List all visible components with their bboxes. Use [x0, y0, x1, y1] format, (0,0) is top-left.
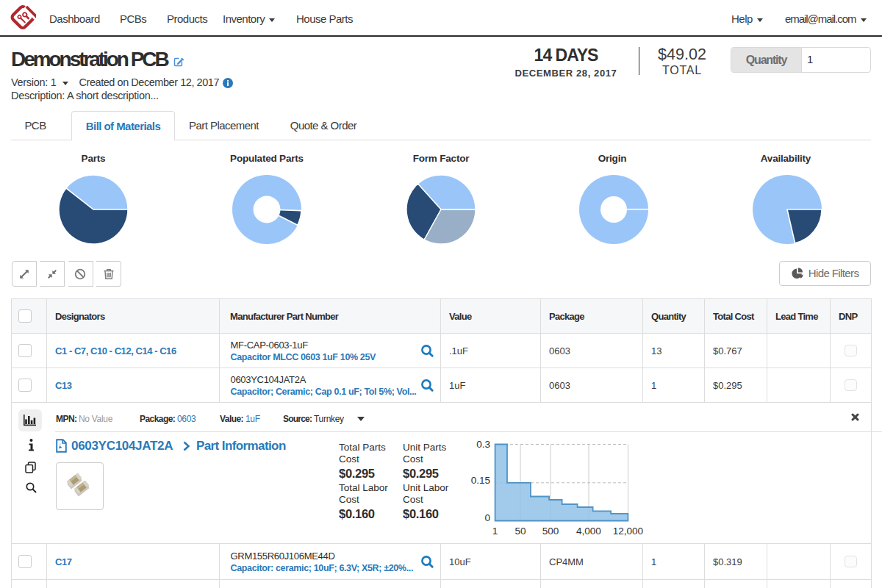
svg-text:0.3: 0.3: [476, 439, 490, 450]
svg-text:0: 0: [484, 512, 490, 523]
svg-text:4,000: 4,000: [576, 526, 601, 537]
svg-text:500: 500: [542, 526, 559, 537]
svg-text:0.15: 0.15: [471, 475, 490, 486]
svg-text:12,000: 12,000: [613, 526, 643, 537]
svg-text:50: 50: [514, 526, 526, 537]
svg-text:1: 1: [492, 526, 498, 537]
